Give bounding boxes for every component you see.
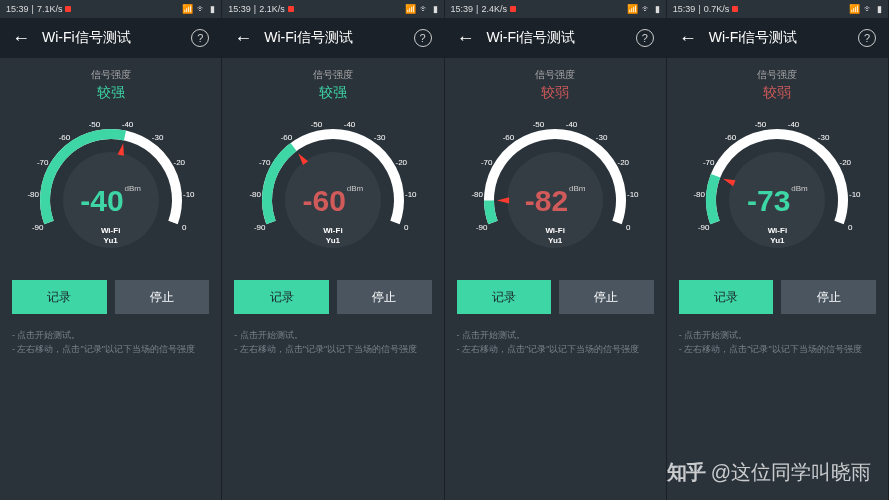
record-button[interactable]: 记录	[12, 280, 107, 314]
svg-text:-50: -50	[88, 120, 100, 129]
svg-text:0: 0	[182, 223, 187, 232]
signal-strength-label: 信号强度	[535, 68, 575, 82]
svg-line-63	[604, 218, 612, 221]
back-arrow-icon[interactable]: ←	[12, 28, 30, 49]
svg-line-69	[718, 195, 726, 196]
battery-icon: ▮	[433, 4, 438, 14]
stop-button[interactable]: 停止	[337, 280, 432, 314]
recording-indicator-icon	[510, 6, 516, 12]
svg-line-15	[156, 171, 163, 175]
wifi-ssid: Wi-FiYu1	[545, 226, 564, 245]
svg-text:-10: -10	[405, 190, 417, 199]
record-button[interactable]: 记录	[457, 280, 552, 314]
svg-line-39	[385, 195, 393, 196]
wifi-icon: ᯤ	[197, 4, 206, 14]
recording-indicator-icon	[65, 6, 71, 12]
back-arrow-icon[interactable]: ←	[457, 28, 475, 49]
svg-text:-80: -80	[472, 190, 484, 199]
signal-icon: 📶	[627, 4, 638, 14]
status-bar: 15:39 | 7.1K/s 📶 ᯤ ▮	[0, 0, 221, 18]
page-title: Wi-Fi信号测试	[264, 29, 401, 47]
battery-icon: ▮	[210, 4, 215, 14]
hint-line-1: - 点击开始测试。	[12, 328, 209, 342]
status-bar: 15:39 | 0.7K/s 📶 ᯤ ▮	[667, 0, 888, 18]
svg-line-3	[51, 195, 59, 196]
svg-text:-70: -70	[481, 158, 493, 167]
app-header: ← Wi-Fi信号测试 ?	[222, 18, 443, 58]
page-title: Wi-Fi信号测试	[487, 29, 624, 47]
signal-icon: 📶	[405, 4, 416, 14]
svg-marker-21	[117, 143, 123, 156]
stop-button[interactable]: 停止	[115, 280, 210, 314]
svg-line-13	[142, 152, 147, 158]
svg-text:0: 0	[404, 223, 409, 232]
status-bar: 15:39 | 2.4K/s 📶 ᯤ ▮	[445, 0, 666, 18]
svg-line-77	[788, 141, 790, 149]
record-button[interactable]: 记录	[234, 280, 329, 314]
signal-gauge: -90-80-70-60-50-40-30-20-100 -82dBm Wi-F…	[465, 108, 645, 268]
panel-3: 15:39 | 0.7K/s 📶 ᯤ ▮ ← Wi-Fi信号测试 ? 信号强度 …	[667, 0, 889, 500]
svg-text:-60: -60	[725, 133, 737, 142]
signal-gauge: -90-80-70-60-50-40-30-20-100 -73dBm Wi-F…	[687, 108, 867, 268]
content: 信号强度 较弱 -90-80-70-60-50-40-30-20-100 -82…	[445, 58, 666, 500]
status-speed: 0.7K/s	[704, 4, 730, 14]
svg-text:-50: -50	[311, 120, 323, 129]
svg-line-31	[320, 141, 322, 149]
gauge-unit: dBm	[569, 184, 585, 193]
hint-line-2: - 左右移动，点击"记录"以记下当场的信号强度	[457, 342, 654, 356]
hint-line-2: - 左右移动，点击"记录"以记下当场的信号强度	[12, 342, 209, 356]
help-icon[interactable]: ?	[191, 29, 209, 47]
gauge-reading: -82	[525, 184, 568, 218]
svg-line-51	[519, 152, 524, 158]
signal-strength-value: 较强	[319, 84, 347, 102]
record-button[interactable]: 记录	[679, 280, 774, 314]
page-title: Wi-Fi信号测试	[42, 29, 179, 47]
hints: - 点击开始测试。 - 左右移动，点击"记录"以记下当场的信号强度	[12, 328, 209, 357]
svg-line-67	[721, 218, 729, 221]
page-title: Wi-Fi信号测试	[709, 29, 846, 47]
svg-text:-20: -20	[840, 158, 852, 167]
signal-gauge: -90-80-70-60-50-40-30-20-100 -40dBm Wi-F…	[21, 108, 201, 268]
back-arrow-icon[interactable]: ←	[234, 28, 252, 49]
svg-line-49	[503, 171, 510, 175]
signal-strength-label: 信号强度	[91, 68, 131, 82]
signal-strength-label: 信号强度	[313, 68, 353, 82]
signal-gauge: -90-80-70-60-50-40-30-20-100 -60dBm Wi-F…	[243, 108, 423, 268]
svg-text:-20: -20	[173, 158, 185, 167]
gauge-reading: -73	[747, 184, 790, 218]
svg-line-33	[344, 141, 346, 149]
svg-text:-90: -90	[476, 223, 488, 232]
battery-icon: ▮	[877, 4, 882, 14]
gauge-reading: -60	[302, 184, 345, 218]
status-time: 15:39	[673, 4, 696, 14]
signal-strength-value: 较弱	[541, 84, 569, 102]
svg-line-71	[725, 171, 732, 175]
svg-line-19	[159, 218, 167, 221]
stop-button[interactable]: 停止	[559, 280, 654, 314]
help-icon[interactable]: ?	[414, 29, 432, 47]
svg-line-25	[273, 195, 281, 196]
signal-strength-label: 信号强度	[757, 68, 797, 82]
svg-line-5	[58, 171, 65, 175]
app-header: ← Wi-Fi信号测试 ?	[445, 18, 666, 58]
wifi-ssid: Wi-FiYu1	[101, 226, 120, 245]
status-speed: 7.1K/s	[37, 4, 63, 14]
help-icon[interactable]: ?	[858, 29, 876, 47]
svg-line-1	[54, 218, 62, 221]
svg-line-73	[742, 152, 747, 158]
svg-text:-70: -70	[37, 158, 49, 167]
app-header: ← Wi-Fi信号测试 ?	[667, 18, 888, 58]
hint-line-2: - 左右移动，点击"记录"以记下当场的信号强度	[679, 342, 876, 356]
wifi-ssid: Wi-FiYu1	[768, 226, 787, 245]
status-time: 15:39	[451, 4, 474, 14]
svg-text:-50: -50	[533, 120, 545, 129]
stop-button[interactable]: 停止	[781, 280, 876, 314]
hints: - 点击开始测试。 - 左右移动，点击"记录"以记下当场的信号强度	[679, 328, 876, 357]
svg-line-81	[823, 171, 830, 175]
svg-text:-10: -10	[849, 190, 861, 199]
help-icon[interactable]: ?	[636, 29, 654, 47]
back-arrow-icon[interactable]: ←	[679, 28, 697, 49]
wifi-icon: ᯤ	[420, 4, 429, 14]
svg-text:-70: -70	[259, 158, 271, 167]
svg-text:-80: -80	[249, 190, 261, 199]
